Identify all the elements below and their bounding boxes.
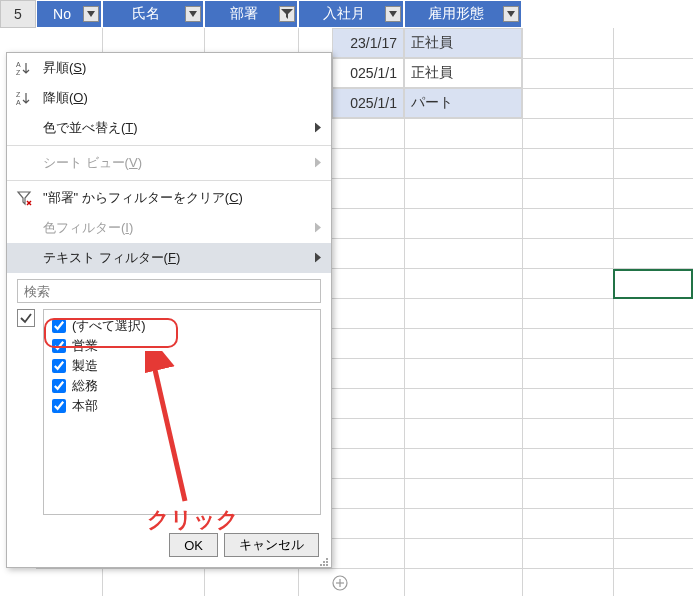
svg-text:A: A (16, 61, 21, 68)
menu-label: 色フィルター(I) (43, 219, 133, 237)
checkbox[interactable] (52, 339, 66, 353)
svg-point-23 (326, 564, 328, 566)
menu-sort-ascending[interactable]: AZ 昇順(S) (7, 53, 331, 83)
cell-hiredate[interactable]: 025/1/1 (332, 58, 404, 88)
resize-grip[interactable] (319, 555, 329, 565)
checkbox[interactable] (52, 359, 66, 373)
menu-label: シート ビュー(V) (43, 154, 142, 172)
add-sheet-button[interactable] (329, 572, 351, 594)
column-label: 部署 (230, 5, 258, 23)
chevron-down-icon (87, 11, 95, 17)
spreadsheet: 5 No 氏名 部署 入社月 (0, 0, 693, 28)
submenu-arrow-icon (315, 251, 321, 266)
cell-hiredate[interactable]: 025/1/1 (332, 88, 404, 118)
filter-dropdown-button[interactable] (503, 6, 519, 22)
svg-marker-9 (315, 123, 321, 133)
filter-checklist: (すべて選択) 営業 製造 総務 本部 (43, 309, 321, 515)
column-header-hiredate[interactable]: 入社月 (298, 0, 404, 28)
svg-point-18 (326, 558, 328, 560)
menu-clear-filter[interactable]: "部署" からフィルターをクリア(C) (7, 183, 331, 213)
svg-marker-4 (507, 11, 515, 17)
cell-employment[interactable]: 正社員 (404, 28, 522, 58)
svg-point-22 (323, 564, 325, 566)
checkbox[interactable] (52, 399, 66, 413)
svg-text:A: A (16, 99, 21, 106)
filter-dropdown-button[interactable] (385, 6, 401, 22)
cell-employment[interactable]: パート (404, 88, 522, 118)
check-label: 総務 (72, 377, 98, 395)
svg-marker-1 (189, 11, 197, 17)
menu-sort-descending[interactable]: ZA 降順(O) (7, 83, 331, 113)
menu-color-filter: 色フィルター(I) (7, 213, 331, 243)
checkbox-select-all[interactable] (52, 319, 66, 333)
column-header-department[interactable]: 部署 (204, 0, 298, 28)
checkbox[interactable] (52, 379, 66, 393)
filter-search-box[interactable] (17, 279, 321, 303)
chevron-down-icon (507, 11, 515, 17)
check-label: 製造 (72, 357, 98, 375)
checkmark-icon (17, 309, 35, 327)
column-header-no[interactable]: No (36, 0, 102, 28)
svg-marker-15 (315, 253, 321, 263)
filter-dropdown-button[interactable] (83, 6, 99, 22)
chevron-down-icon (189, 11, 197, 17)
column-label: 入社月 (323, 5, 365, 23)
svg-point-20 (326, 561, 328, 563)
svg-marker-2 (281, 9, 293, 19)
filter-dropdown-button-active[interactable] (279, 6, 295, 22)
check-item[interactable]: 製造 (50, 356, 314, 376)
plus-circle-icon (332, 575, 348, 591)
check-item[interactable]: 総務 (50, 376, 314, 396)
menu-label: 色で並べ替え(T) (43, 119, 138, 137)
svg-point-19 (323, 561, 325, 563)
cancel-button[interactable]: キャンセル (224, 533, 319, 557)
svg-marker-14 (315, 223, 321, 233)
column-label: 氏名 (132, 5, 160, 23)
check-item[interactable]: 本部 (50, 396, 314, 416)
menu-label: テキスト フィルター(F) (43, 249, 180, 267)
ok-button[interactable]: OK (169, 533, 218, 557)
svg-text:Z: Z (16, 69, 21, 76)
column-label: No (53, 6, 71, 22)
filter-dropdown-button[interactable] (185, 6, 201, 22)
dialog-buttons: OK キャンセル (7, 525, 331, 567)
cell-employment[interactable]: 正社員 (404, 58, 522, 88)
svg-point-21 (320, 564, 322, 566)
filter-context-menu: AZ 昇順(S) ZA 降順(O) 色で並べ替え(T) シート ビュー(V) "… (6, 52, 332, 568)
check-label: 営業 (72, 337, 98, 355)
menu-sort-by-color[interactable]: 色で並べ替え(T) (7, 113, 331, 143)
submenu-arrow-icon (315, 221, 321, 236)
submenu-arrow-icon (315, 156, 321, 171)
menu-separator (7, 145, 331, 146)
menu-label: 昇順(S) (43, 59, 86, 77)
check-item-select-all[interactable]: (すべて選択) (50, 316, 314, 336)
svg-text:Z: Z (16, 91, 21, 98)
svg-marker-3 (389, 11, 397, 17)
filter-search-input[interactable] (24, 284, 314, 299)
menu-label: 降順(O) (43, 89, 88, 107)
column-label: 雇用形態 (428, 5, 484, 23)
clear-filter-icon (15, 189, 33, 207)
filter-active-icon (281, 9, 293, 19)
check-label: (すべて選択) (72, 317, 146, 335)
visible-data-cells: 23/1/17 正社員 025/1/1 正社員 025/1/1 パート (332, 28, 522, 118)
menu-separator (7, 180, 331, 181)
svg-marker-0 (87, 11, 95, 17)
sort-asc-icon: AZ (15, 59, 33, 77)
column-header-employment[interactable]: 雇用形態 (404, 0, 522, 28)
svg-marker-10 (315, 158, 321, 168)
menu-text-filter[interactable]: テキスト フィルター(F) (7, 243, 331, 273)
sort-desc-icon: ZA (15, 89, 33, 107)
check-item[interactable]: 営業 (50, 336, 314, 356)
cell-hiredate[interactable]: 23/1/17 (332, 28, 404, 58)
column-header-row: 5 No 氏名 部署 入社月 (0, 0, 693, 28)
menu-label: "部署" からフィルターをクリア(C) (43, 189, 243, 207)
row-number-header[interactable]: 5 (0, 0, 36, 28)
menu-sheet-view: シート ビュー(V) (7, 148, 331, 178)
column-header-name[interactable]: 氏名 (102, 0, 204, 28)
submenu-arrow-icon (315, 121, 321, 136)
chevron-down-icon (389, 11, 397, 17)
check-label: 本部 (72, 397, 98, 415)
